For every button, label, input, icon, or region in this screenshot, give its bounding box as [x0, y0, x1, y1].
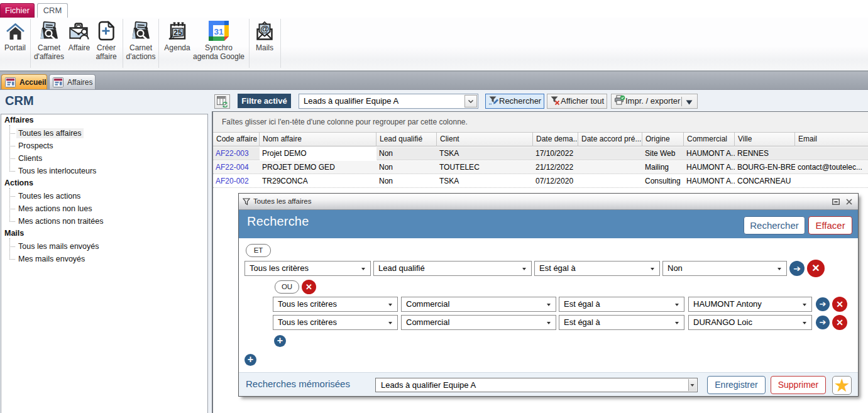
svg-text:@: @ [260, 24, 269, 34]
svg-text:31: 31 [214, 27, 224, 36]
svg-text:25: 25 [173, 28, 182, 37]
